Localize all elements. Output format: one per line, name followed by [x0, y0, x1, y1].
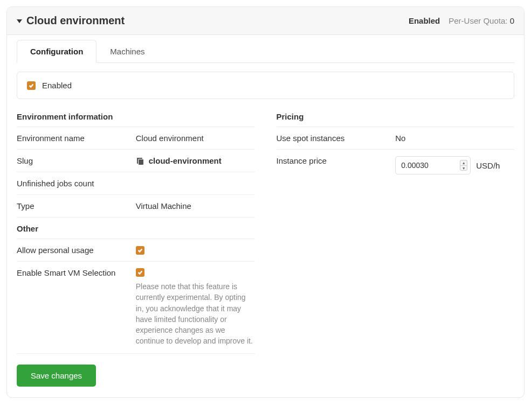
svg-marker-0: [17, 19, 22, 23]
tabs: Configuration Machines: [17, 39, 514, 63]
smart-helper-text: Please note that this feature is current…: [136, 281, 255, 347]
smart-checkbox[interactable]: [136, 268, 144, 277]
price-step-up[interactable]: ▲: [460, 160, 467, 165]
personal-value: [136, 246, 255, 255]
slug-label: Slug: [17, 156, 136, 165]
columns: Environment information Environment name…: [17, 112, 514, 387]
spot-value: No: [395, 134, 514, 143]
jobs-label: Unfinished jobs count: [17, 179, 136, 188]
column-left: Environment information Environment name…: [17, 112, 255, 387]
env-name-value: Cloud environment: [136, 134, 255, 143]
env-info-title: Environment information: [17, 112, 255, 127]
enabled-label: Enabled: [42, 81, 72, 90]
spot-label: Use spot instances: [277, 134, 396, 143]
row-price: Instance price ▲ ▼ USD/h: [277, 150, 515, 181]
collapse-caret-icon[interactable]: [17, 18, 22, 24]
panel-header: Cloud environment Enabled Per-User Quota…: [7, 7, 524, 35]
smart-label: Enable Smart VM Selection: [17, 268, 136, 277]
personal-checkbox[interactable]: [136, 246, 144, 255]
smart-value: Please note that this feature is current…: [136, 268, 255, 347]
quota-value: 0: [510, 16, 514, 25]
environment-panel: Cloud environment Enabled Per-User Quota…: [6, 6, 525, 398]
env-name-label: Environment name: [17, 134, 136, 143]
tab-machines[interactable]: Machines: [96, 40, 158, 63]
save-button[interactable]: Save changes: [17, 365, 96, 387]
price-label: Instance price: [277, 156, 396, 165]
price-unit: USD/h: [476, 161, 500, 170]
personal-label: Allow personal usage: [17, 246, 136, 255]
pricing-title: Pricing: [277, 112, 515, 127]
quota-display: Per-User Quota: 0: [449, 16, 514, 25]
price-input[interactable]: [395, 156, 471, 174]
tab-configuration[interactable]: Configuration: [17, 40, 96, 63]
panel-title: Cloud environment: [26, 15, 125, 27]
row-personal: Allow personal usage: [17, 239, 255, 262]
enabled-box: Enabled: [17, 72, 514, 99]
slug-value: cloud-environment: [149, 156, 222, 165]
type-label: Type: [17, 201, 136, 211]
column-right: Pricing Use spot instances No Instance p…: [277, 112, 515, 387]
price-step-down[interactable]: ▼: [460, 165, 467, 171]
row-smart: Enable Smart VM Selection Please note th…: [17, 262, 255, 354]
other-title: Other: [17, 218, 255, 239]
row-spot: Use spot instances No: [277, 127, 515, 150]
panel-header-left: Cloud environment: [17, 15, 125, 27]
panel-header-right: Enabled Per-User Quota: 0: [409, 16, 514, 25]
row-slug: Slug cloud-environment: [17, 150, 255, 172]
row-env-name: Environment name Cloud environment: [17, 127, 255, 150]
status-badge: Enabled: [409, 16, 440, 25]
copy-icon[interactable]: [136, 157, 144, 165]
slug-value-wrap: cloud-environment: [136, 156, 255, 165]
panel-body: Configuration Machines Enabled Environme…: [7, 39, 524, 397]
row-jobs: Unfinished jobs count: [17, 172, 255, 195]
price-input-wrap: ▲ ▼: [395, 156, 471, 174]
price-value-wrap: ▲ ▼ USD/h: [395, 156, 514, 174]
price-spinner: ▲ ▼: [460, 160, 467, 171]
row-type: Type Virtual Machine: [17, 195, 255, 218]
type-value: Virtual Machine: [136, 201, 255, 211]
enabled-checkbox[interactable]: [27, 81, 36, 90]
quota-label: Per-User Quota:: [449, 16, 507, 25]
